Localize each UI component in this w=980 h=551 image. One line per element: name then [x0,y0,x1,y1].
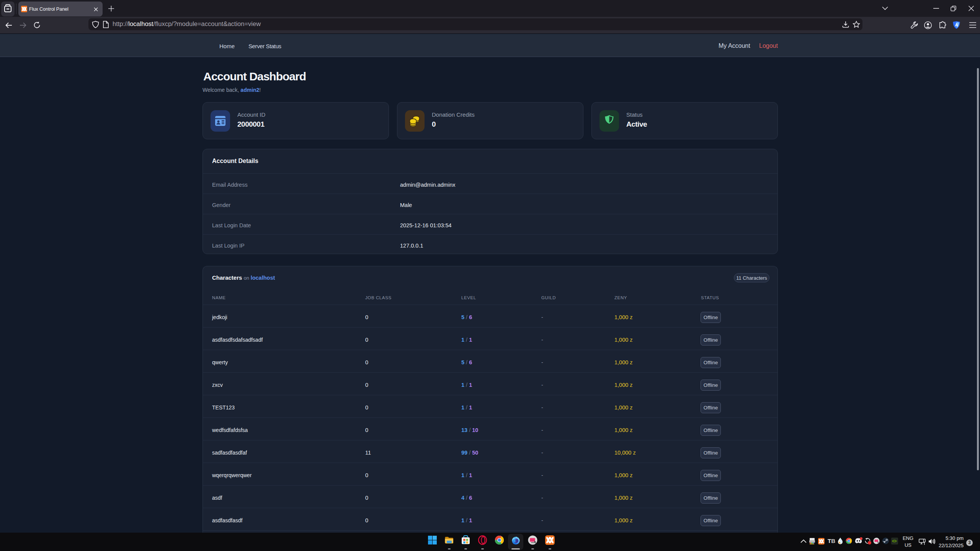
svg-text:A: A [955,23,958,27]
